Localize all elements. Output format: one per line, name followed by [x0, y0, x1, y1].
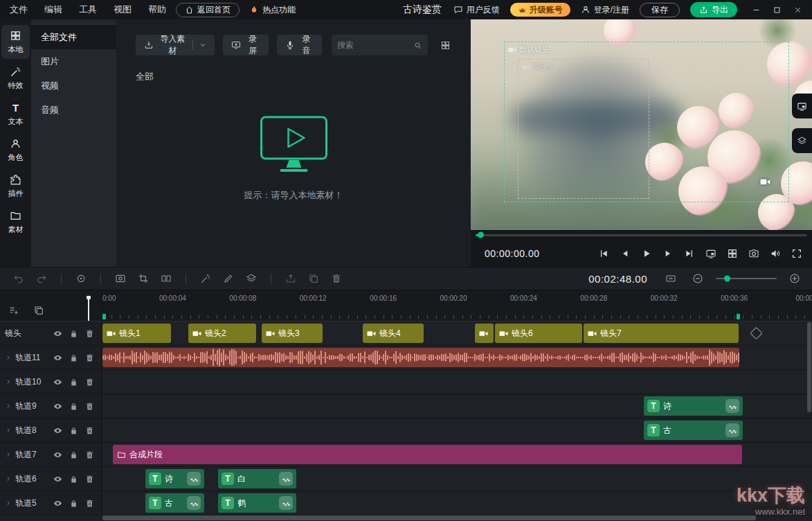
- add-to-track-button[interactable]: [33, 305, 44, 316]
- snapshot-button[interactable]: [748, 248, 759, 259]
- toggle-visibility-button[interactable]: [51, 424, 64, 436]
- menu-视图[interactable]: 视图: [114, 3, 132, 16]
- feedback-button[interactable]: 用户反馈: [453, 4, 500, 16]
- minimize-button[interactable]: [752, 6, 761, 15]
- seek-bar[interactable]: [476, 234, 807, 236]
- lock-track-button[interactable]: [67, 351, 80, 364]
- timeline-clip[interactable]: 镜头6: [495, 324, 582, 343]
- chevron-right-icon[interactable]: [5, 500, 12, 506]
- shot5-bounding-box[interactable]: 镜头5: [518, 59, 649, 199]
- extract-button[interactable]: [282, 270, 300, 288]
- delete-track-button[interactable]: [83, 327, 96, 339]
- lock-track-button[interactable]: [67, 376, 80, 388]
- timeline-clip[interactable]: 镜头3: [262, 324, 323, 343]
- chevron-right-icon[interactable]: [5, 427, 12, 434]
- timeline-clip[interactable]: T古: [145, 493, 204, 513]
- chevron-right-icon[interactable]: [5, 475, 12, 482]
- zoom-slider[interactable]: [716, 278, 777, 279]
- timeline-clip[interactable]: T古: [644, 421, 743, 440]
- zoom-out-button[interactable]: [689, 270, 707, 288]
- animation-badge[interactable]: [725, 423, 739, 437]
- prev-clip-button[interactable]: [598, 248, 609, 259]
- crop-button[interactable]: [134, 270, 152, 288]
- toggle-visibility-button[interactable]: [51, 376, 64, 388]
- upgrade-account-button[interactable]: 升级账号: [510, 3, 570, 17]
- volume-button[interactable]: [770, 248, 781, 259]
- delete-track-button[interactable]: [83, 497, 96, 509]
- vertical-scrollbar[interactable]: [807, 322, 811, 412]
- menu-文件[interactable]: 文件: [10, 3, 28, 16]
- preview-tool-pip-button[interactable]: [792, 94, 812, 118]
- zoom-slider-handle[interactable]: [724, 276, 730, 282]
- toggle-visibility-button[interactable]: [51, 448, 64, 461]
- lock-track-button[interactable]: [67, 473, 80, 485]
- horizontal-scrollbar[interactable]: [102, 515, 756, 520]
- search-input[interactable]: [337, 40, 409, 50]
- range-marker-in[interactable]: [102, 314, 106, 319]
- timeline-clip[interactable]: [102, 348, 739, 367]
- filter-all-tab[interactable]: 全部: [116, 55, 471, 83]
- toggle-visibility-button[interactable]: [51, 327, 64, 339]
- lock-track-button[interactable]: [67, 424, 80, 436]
- maximize-button[interactable]: [773, 6, 782, 15]
- split-button[interactable]: [157, 270, 175, 288]
- sidebar-item-apps[interactable]: 本地: [1, 25, 30, 59]
- copy-button[interactable]: [305, 270, 323, 288]
- redo-button[interactable]: [33, 270, 51, 288]
- login-button[interactable]: 登录/注册: [581, 4, 629, 16]
- sidebar-item-plugin[interactable]: 插件: [1, 169, 30, 203]
- chevron-right-icon[interactable]: [5, 378, 12, 385]
- seek-handle[interactable]: [478, 232, 484, 238]
- record-audio-button[interactable]: 录音: [277, 35, 322, 55]
- import-material-button[interactable]: 导入素材: [136, 35, 215, 55]
- next-clip-button[interactable]: [684, 248, 695, 259]
- timeline-clip[interactable]: 镜头4: [363, 324, 424, 343]
- timeline-clip[interactable]: 镜头5: [475, 324, 494, 343]
- delete-track-button[interactable]: [83, 400, 96, 412]
- timeline-ruler[interactable]: 0:0000:00:0400:00:0800:00:1200:00:1600:0…: [102, 290, 812, 321]
- undo-button[interactable]: [10, 270, 28, 288]
- animation-badge[interactable]: [187, 472, 201, 486]
- prev-frame-button[interactable]: [620, 248, 631, 259]
- zoom-in-button[interactable]: [786, 270, 804, 288]
- pip-button[interactable]: [705, 248, 716, 259]
- category-item[interactable]: 音频: [31, 98, 116, 122]
- lock-track-button[interactable]: [67, 448, 80, 461]
- grid-view-button[interactable]: [436, 35, 454, 55]
- sidebar-item-person[interactable]: 角色: [1, 133, 30, 167]
- menu-帮助[interactable]: 帮助: [148, 3, 166, 16]
- save-button[interactable]: 保存: [640, 3, 680, 17]
- play-button[interactable]: [641, 248, 652, 259]
- layers-button[interactable]: [242, 270, 260, 288]
- hot-features-button[interactable]: 热点功能: [249, 4, 296, 16]
- export-button[interactable]: 导出: [690, 2, 737, 17]
- timeline-clip[interactable]: 镜头2: [188, 324, 256, 343]
- fit-timeline-button[interactable]: [662, 270, 680, 288]
- preview-tool-stack-button[interactable]: [792, 128, 812, 153]
- animation-badge[interactable]: [279, 496, 293, 510]
- fullscreen-button[interactable]: [791, 248, 802, 259]
- delete-button[interactable]: [327, 270, 345, 288]
- chevron-right-icon[interactable]: [5, 451, 12, 458]
- close-button[interactable]: [793, 6, 802, 15]
- toggle-visibility-button[interactable]: [51, 473, 64, 485]
- grid-button[interactable]: [727, 248, 738, 259]
- chevron-right-icon[interactable]: [5, 403, 12, 409]
- record-screen-button[interactable]: 录屏: [223, 35, 268, 55]
- category-item[interactable]: 图片: [31, 49, 116, 73]
- timeline-clip[interactable]: 镜头7: [584, 324, 739, 343]
- delete-track-button[interactable]: [83, 448, 96, 461]
- chroma-button[interactable]: [197, 270, 215, 288]
- next-frame-button[interactable]: [662, 248, 674, 259]
- menu-工具[interactable]: 工具: [79, 3, 97, 16]
- timeline-clip[interactable]: T鹤: [218, 493, 296, 513]
- add-shot-button[interactable]: [750, 327, 762, 339]
- sidebar-item-magic[interactable]: 特效: [1, 61, 30, 95]
- category-item[interactable]: 视频: [31, 73, 116, 98]
- range-marker-out[interactable]: [737, 314, 740, 319]
- toggle-visibility-button[interactable]: [51, 400, 64, 412]
- sidebar-item-text[interactable]: T文本: [1, 97, 30, 131]
- lock-track-button[interactable]: [67, 327, 80, 339]
- lock-track-button[interactable]: [67, 400, 80, 412]
- timeline-clip[interactable]: 合成片段: [113, 445, 742, 464]
